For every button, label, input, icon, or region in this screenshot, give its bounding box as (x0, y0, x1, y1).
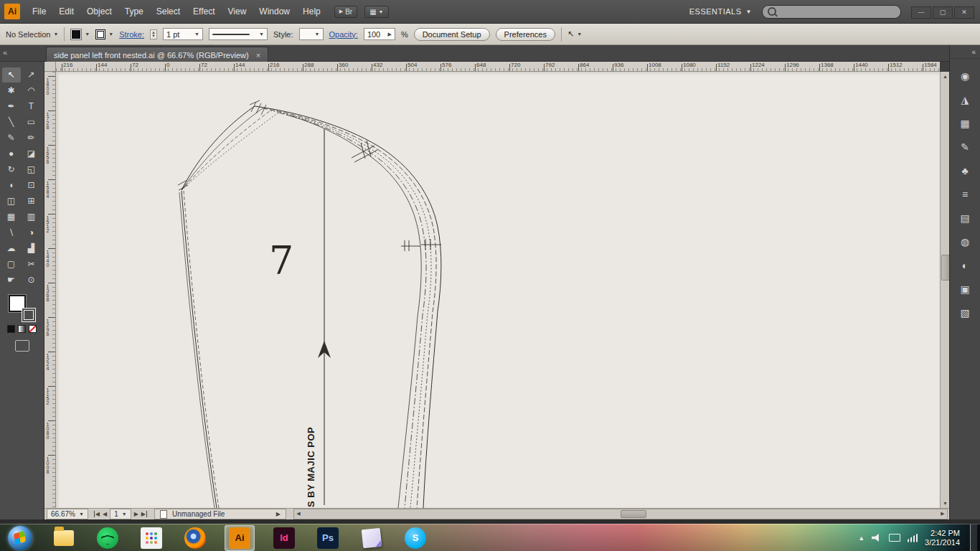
fill-stroke-control[interactable] (9, 295, 36, 322)
clock[interactable]: 2:42 PM 3/21/2014 (925, 529, 960, 547)
paintbrush-tool[interactable]: ✎ (2, 131, 21, 146)
bridge-button[interactable]: ▶ Br (334, 6, 357, 18)
close-button[interactable]: ✕ (954, 6, 974, 19)
blend-tool[interactable]: ◑ (22, 225, 41, 240)
show-desktop-button[interactable] (970, 524, 977, 551)
explorer[interactable] (50, 526, 78, 550)
direct-selection-tool[interactable]: ↗ (22, 67, 41, 83)
zoom-tool[interactable]: ⊙ (22, 273, 41, 288)
preferences-button[interactable]: Preferences (496, 28, 555, 41)
previous-artboard-button[interactable]: ◀ (103, 511, 107, 517)
magic-wand-tool[interactable]: ✱ (2, 83, 21, 98)
start-button[interactable] (6, 526, 34, 550)
menu-object[interactable]: Object (80, 0, 118, 24)
lasso-tool[interactable]: ◠ (22, 83, 41, 98)
menu-effect[interactable]: Effect (187, 0, 221, 24)
last-artboard-button[interactable]: ▶ (141, 511, 147, 517)
screen-mode-button[interactable] (15, 340, 29, 352)
fill-color-dropdown[interactable]: ▼ (70, 29, 90, 40)
menu-type[interactable]: Type (118, 0, 150, 24)
ruler-horizontal[interactable]: 2161447207214421628836043250457664872079… (56, 62, 940, 72)
artboard-canvas[interactable]: 7 S BY MAJIC POP (56, 72, 940, 508)
ruler-origin-corner[interactable] (44, 62, 56, 72)
skype[interactable]: S (401, 526, 430, 550)
tab-close-icon[interactable]: × (256, 51, 260, 60)
tab-overflow-left-icon[interactable]: « (3, 48, 7, 57)
style-select[interactable]: ▼ (299, 28, 324, 40)
stroke-panel-link[interactable]: Stroke: (119, 30, 144, 39)
transparency-panel-icon[interactable]: ◍ (956, 233, 974, 250)
document-tab[interactable]: side panel left front nested.ai @ 66.67%… (46, 47, 268, 62)
horizontal-scrollbar[interactable]: ◀ ▶ (293, 509, 948, 519)
symbols-panel-icon[interactable]: ♣ (956, 162, 974, 179)
workspace-switcher[interactable]: ESSENTIALS ▼ (689, 7, 752, 16)
app-grid[interactable] (137, 526, 166, 550)
firefox[interactable] (181, 526, 209, 550)
opacity-panel-link[interactable]: Opacity: (329, 30, 358, 39)
horizontal-scroll-thumb[interactable] (621, 510, 646, 518)
document-setup-button[interactable]: Document Setup (414, 28, 490, 41)
stroke-weight-select[interactable]: 1 pt ▼ (163, 28, 203, 40)
maximize-button[interactable]: ▢ (933, 6, 953, 19)
blob-brush-tool[interactable]: ● (2, 146, 21, 161)
eyedropper-tool[interactable]: ∖ (2, 225, 21, 240)
pen-tool[interactable]: ✒ (2, 99, 21, 114)
stroke-panel-icon[interactable]: ≡ (956, 186, 974, 203)
hidden-icons-button[interactable]: ▲ (858, 534, 864, 542)
tool-options-button[interactable]: ↖ ▼ (567, 29, 582, 39)
zoom-level-select[interactable]: 66.67% ▼ (47, 509, 88, 519)
arrange-documents-button[interactable]: ▦ ▼ (364, 6, 388, 18)
none-mode-button[interactable] (29, 325, 37, 333)
perspective-grid-tool[interactable]: ⊞ (22, 194, 41, 209)
spotify[interactable] (93, 526, 122, 550)
display-icon[interactable] (889, 534, 900, 542)
color-panel-icon[interactable]: ◉ (956, 67, 974, 85)
photoshop[interactable]: Ps (314, 526, 342, 550)
layers-panel-icon[interactable]: ▧ (956, 304, 974, 321)
stroke-color-dropdown[interactable]: ▼ (95, 29, 113, 39)
gradient-tool[interactable]: ▥ (22, 209, 41, 225)
search-input[interactable] (780, 6, 883, 17)
scroll-left-icon[interactable]: ◀ (294, 509, 303, 517)
first-artboard-button[interactable]: ◀ (94, 511, 100, 517)
color-guide-panel-icon[interactable]: ◮ (956, 91, 974, 108)
menu-edit[interactable]: Edit (52, 0, 80, 24)
hand-tool[interactable]: ☛ (2, 273, 21, 288)
type-tool[interactable]: T (22, 99, 41, 114)
mesh-tool[interactable]: ▦ (2, 209, 21, 225)
opacity-input[interactable]: 100 ▶ (364, 28, 395, 40)
width-tool[interactable]: ◖ (2, 178, 21, 193)
scale-tool[interactable]: ◱ (22, 162, 41, 177)
appearance-panel-icon[interactable]: ◐ (956, 257, 974, 274)
rotate-tool[interactable]: ↻ (2, 162, 21, 177)
vertical-scrollbar[interactable]: ▲ ▼ (940, 72, 949, 508)
column-graph-tool[interactable]: ▟ (22, 241, 41, 256)
selection-tool[interactable]: ↖ (2, 67, 21, 83)
indesign[interactable]: Id (270, 526, 298, 550)
shape-builder-tool[interactable]: ◫ (2, 194, 21, 209)
selection-status-dropdown[interactable]: No Selection ▼ (6, 30, 58, 39)
line-segment-tool[interactable]: ╲ (2, 115, 21, 130)
menu-file[interactable]: File (26, 0, 52, 24)
next-artboard-button[interactable]: ▶ (134, 511, 138, 517)
status-menu-arrow-icon[interactable]: ▶ (276, 511, 281, 517)
gradient-panel-icon[interactable]: ▤ (956, 209, 974, 227)
stroke-swatch[interactable] (22, 308, 36, 322)
eraser-tool[interactable]: ◪ (22, 146, 41, 161)
file-status-display[interactable]: Unmanaged File ▶ (154, 509, 286, 519)
brush-definition-select[interactable]: ▼ (209, 28, 268, 40)
brushes-panel-icon[interactable]: ✎ (956, 138, 974, 156)
minimize-button[interactable]: — (911, 6, 931, 19)
volume-icon[interactable] (872, 534, 882, 542)
stroke-weight-stepper[interactable]: ▲▼ (150, 29, 157, 39)
swatches-panel-icon[interactable]: ▦ (956, 115, 974, 132)
menu-view[interactable]: View (222, 0, 253, 24)
menu-help[interactable]: Help (296, 0, 327, 24)
network-icon[interactable] (908, 534, 918, 542)
artboard-tool[interactable]: ▢ (2, 257, 21, 272)
artboard-select[interactable]: 1 ▼ (110, 509, 131, 519)
notes[interactable] (357, 526, 386, 550)
graphic-styles-panel-icon[interactable]: ▣ (956, 281, 974, 298)
expand-panels-button[interactable]: « (950, 45, 980, 59)
gradient-mode-button[interactable] (18, 325, 26, 333)
